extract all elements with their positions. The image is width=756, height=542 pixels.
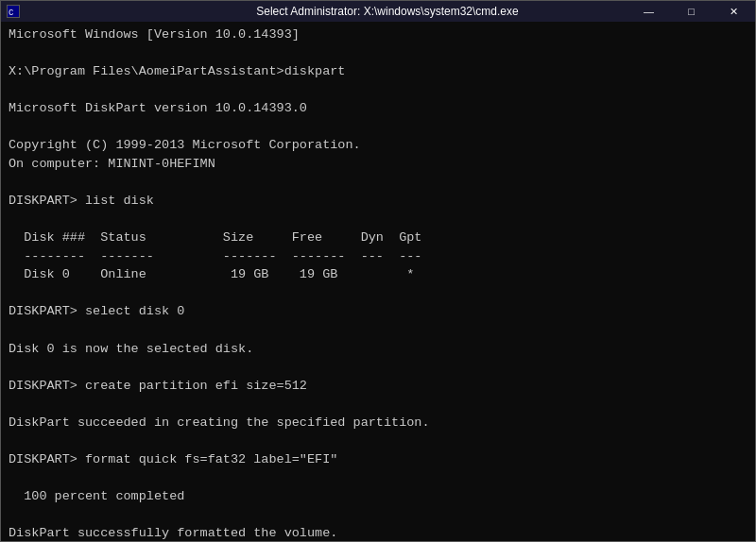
maximize-button[interactable]: □ [670, 1, 713, 22]
svg-text:C: C [9, 8, 14, 17]
terminal-output: Microsoft Windows [Version 10.0.14393] X… [9, 25, 747, 541]
window-controls: — □ ✕ [627, 1, 755, 22]
close-button[interactable]: ✕ [713, 1, 755, 22]
terminal-body[interactable]: Microsoft Windows [Version 10.0.14393] X… [1, 22, 755, 541]
cmd-window: C Select Administrator: X:\windows\syste… [0, 0, 756, 542]
cmd-icon: C [7, 5, 20, 18]
minimize-button[interactable]: — [627, 1, 670, 22]
title-bar: C Select Administrator: X:\windows\syste… [1, 1, 755, 22]
